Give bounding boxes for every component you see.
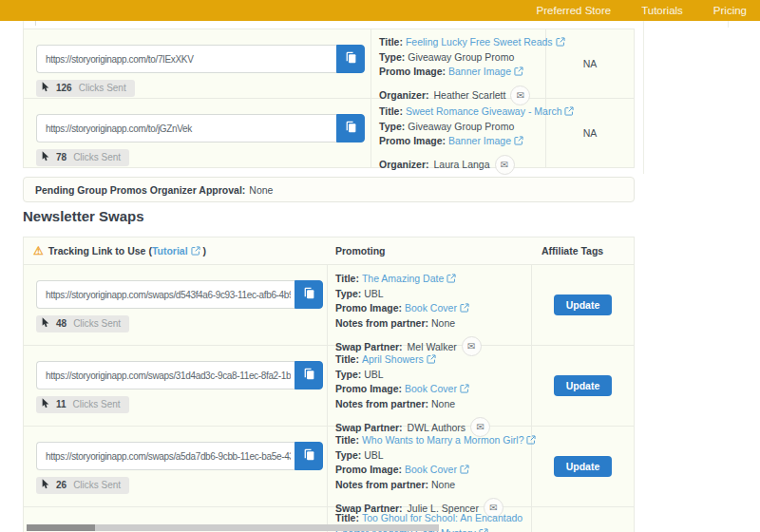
copy-link-button[interactable] <box>294 361 323 390</box>
cursor-icon <box>42 479 49 491</box>
header-promoting: Promoting <box>328 245 532 256</box>
promo-image-label: Promo Image: <box>335 302 402 314</box>
external-link-icon <box>479 528 488 532</box>
nav-preferred-store[interactable]: Preferred Store <box>537 5 612 16</box>
promoting-cell: Title:Feeling Lucky Free Sweet Reads Typ… <box>371 29 546 98</box>
title-label: Title: <box>379 105 403 117</box>
tracking-link-cell: 48 Clicks Sent <box>24 265 328 345</box>
update-button[interactable]: Update <box>554 456 613 477</box>
nav-pricing[interactable]: Pricing <box>713 5 747 16</box>
title-label: Title: <box>379 36 403 48</box>
copy-link-button[interactable] <box>336 45 365 73</box>
cursor-icon <box>42 82 49 94</box>
header-affiliate-tags: Affiliate Tags <box>532 245 634 256</box>
horizontal-scrollbar-thumb[interactable] <box>27 524 95 531</box>
update-button[interactable]: Update <box>554 294 613 315</box>
copy-link-button[interactable] <box>294 280 323 309</box>
email-organizer-button[interactable]: ✉ <box>495 155 515 175</box>
tracking-link-cell: 126 Clicks Sent <box>24 29 371 98</box>
promo-image-link[interactable]: Book Cover <box>405 464 457 475</box>
type-label: Type: <box>335 449 361 461</box>
pending-approval-label: Pending Group Promos Organizer Approval: <box>35 184 245 196</box>
tracking-link-cell: 11 Clicks Sent <box>24 346 328 426</box>
clicks-sent-badge: 126 Clicks Sent <box>36 80 135 97</box>
title-label: Title: <box>335 273 359 284</box>
external-link-icon <box>191 246 200 256</box>
title-label: Title: <box>335 434 359 446</box>
clicks-sent-badge: 78 Clicks Sent <box>36 149 129 166</box>
external-link-icon <box>460 303 469 313</box>
swap-type: UBL <box>364 449 383 461</box>
page: Preferred Store Tutorials Pricing <box>0 0 760 532</box>
top-nav: Preferred Store Tutorials Pricing <box>0 0 760 21</box>
clicks-sent-badge: 11 Clicks Sent <box>36 396 129 413</box>
clicks-count: 11 <box>56 399 66 409</box>
external-link-icon <box>427 354 436 364</box>
swap-type: UBL <box>364 288 383 299</box>
organizer-name: Laura Langa <box>434 159 490 170</box>
promoting-cell: Title:Who Wants to Marry a Mormon Girl? … <box>328 427 532 506</box>
warning-icon: ⚠ <box>33 245 44 256</box>
clicks-count: 126 <box>56 83 72 93</box>
copy-link-button[interactable] <box>294 442 323 470</box>
tracking-link-cell: 78 Clicks Sent <box>24 99 371 167</box>
tracking-link-input[interactable] <box>36 45 336 73</box>
envelope-icon: ✉ <box>501 160 508 170</box>
type-label: Type: <box>335 369 361 380</box>
type-label: Type: <box>379 121 405 132</box>
cursor-icon <box>42 398 49 410</box>
notes-label: Notes from partner: <box>335 317 428 329</box>
promo-image-link[interactable]: Banner Image <box>448 135 511 146</box>
affiliate-tags-value: NA <box>583 127 598 139</box>
tracking-link-input[interactable] <box>36 361 294 390</box>
tracking-link-group <box>36 114 365 142</box>
notes-value: None <box>431 479 455 490</box>
swap-title-link[interactable]: The Amazing Date <box>362 273 444 284</box>
promo-title-link[interactable]: Sweet Romance Giveaway - March <box>406 105 562 117</box>
title-label: Title: <box>335 353 359 365</box>
promo-image-link[interactable]: Book Cover <box>405 383 457 394</box>
clicks-label: Clicks Sent <box>73 152 121 162</box>
external-link-icon <box>514 136 523 145</box>
swap-title-link[interactable]: Who Wants to Marry a Mormon Girl? <box>362 434 524 446</box>
notes-value: None <box>431 317 455 329</box>
notes-label: Notes from partner: <box>335 479 428 490</box>
clicks-sent-badge: 48 Clicks Sent <box>36 315 129 332</box>
affiliate-tags-cell: Update <box>532 265 634 345</box>
header-tracking-link: ⚠ Tracking Link to Use (Tutorial ) <box>24 245 328 256</box>
copy-link-button[interactable] <box>336 114 365 142</box>
cursor-icon <box>42 151 49 163</box>
promo-title-link[interactable]: Feeling Lucky Free Sweet Reads <box>406 36 553 48</box>
copy-icon <box>303 448 315 464</box>
promo-image-label: Promo Image: <box>379 66 446 77</box>
swap-title-link[interactable]: April Showers <box>362 353 424 365</box>
tracking-link-input[interactable] <box>36 280 294 309</box>
table-row: 78 Clicks Sent Title:Sweet Romance Givea… <box>24 99 634 168</box>
copy-icon <box>345 121 357 136</box>
tracking-link-group <box>36 280 323 309</box>
table-row: 48 Clicks Sent Title:The Amazing Date Ty… <box>24 265 634 346</box>
promo-image-link[interactable]: Banner Image <box>448 66 511 77</box>
notes-label: Notes from partner: <box>335 398 428 409</box>
copy-icon <box>345 51 357 66</box>
type-label: Type: <box>335 288 361 299</box>
border-stub <box>23 21 24 28</box>
promo-image-link[interactable]: Book Cover <box>405 302 457 314</box>
copy-icon <box>303 368 315 383</box>
update-button[interactable]: Update <box>554 375 613 396</box>
affiliate-tags-cell: NA <box>546 29 634 98</box>
table-row: 11 Clicks Sent Title:April Showers Type:… <box>24 346 634 427</box>
newsletter-swaps-heading: Newsletter Swaps <box>23 208 144 224</box>
nav-tutorials[interactable]: Tutorials <box>641 5 683 16</box>
tracking-link-input[interactable] <box>36 114 336 142</box>
tracking-link-group <box>36 442 323 470</box>
organizer-label: Organizer: <box>379 159 429 170</box>
promoting-cell: Title:The Amazing Date Type:UBL Promo Im… <box>328 265 532 345</box>
notes-value: None <box>431 398 455 409</box>
clicks-label: Clicks Sent <box>79 83 126 93</box>
pending-approval-box: Pending Group Promos Organizer Approval:… <box>23 177 635 202</box>
tutorial-link[interactable]: Tutorial <box>152 245 188 256</box>
type-label: Type: <box>379 51 405 63</box>
tracking-link-input[interactable] <box>36 442 294 470</box>
table-row: 26 Clicks Sent Title:Who Wants to Marry … <box>24 427 634 507</box>
